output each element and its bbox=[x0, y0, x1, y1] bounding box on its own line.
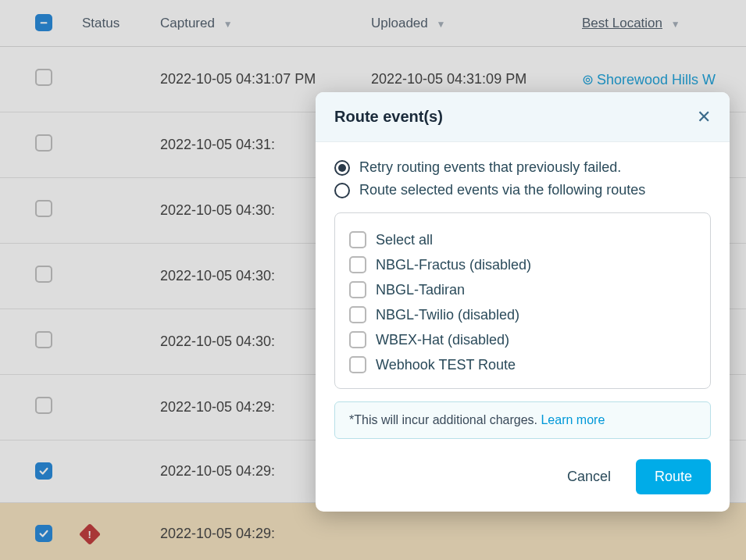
route-checkbox[interactable] bbox=[349, 256, 366, 273]
dialog-actions: Cancel Route bbox=[334, 459, 711, 494]
radio-label: Retry routing events that previously fai… bbox=[359, 159, 621, 176]
route-checkbox[interactable] bbox=[349, 331, 366, 348]
route-item[interactable]: NBGL-Twilio (disabled) bbox=[349, 302, 696, 327]
radio-input[interactable] bbox=[334, 183, 350, 198]
route-label: NBGL-Tadiran bbox=[376, 282, 465, 298]
route-label: WBEX-Hat (disabled) bbox=[376, 332, 509, 348]
route-item[interactable]: Webhook TEST Route bbox=[349, 352, 696, 377]
route-item[interactable]: WBEX-Hat (disabled) bbox=[349, 327, 696, 352]
radio-label: Route selected events via the following … bbox=[359, 182, 645, 198]
route-item[interactable]: NBGL-Tadiran bbox=[349, 277, 696, 302]
dialog-title: Route event(s) bbox=[334, 108, 443, 126]
learn-more-link[interactable]: Learn more bbox=[541, 413, 605, 426]
close-button[interactable]: ✕ bbox=[697, 109, 711, 126]
charges-notice: *This will incur additional charges. Lea… bbox=[334, 401, 711, 439]
dialog-header: Route event(s) ✕ bbox=[316, 92, 730, 142]
radio-input[interactable] bbox=[334, 160, 350, 176]
radio-option-selected-routes[interactable]: Route selected events via the following … bbox=[334, 179, 711, 202]
route-item[interactable]: NBGL-Fractus (disabled) bbox=[349, 252, 696, 277]
cancel-button[interactable]: Cancel bbox=[558, 461, 620, 493]
route-label: NBGL-Twilio (disabled) bbox=[376, 307, 519, 323]
route-checkbox[interactable] bbox=[349, 356, 366, 373]
route-select-all[interactable]: Select all bbox=[349, 227, 696, 252]
route-button[interactable]: Route bbox=[636, 459, 711, 494]
routes-list: Select all NBGL-Fractus (disabled)NBGL-T… bbox=[334, 212, 711, 389]
close-icon: ✕ bbox=[697, 107, 711, 127]
route-events-dialog: Route event(s) ✕ Retry routing events th… bbox=[316, 92, 730, 512]
route-label: Webhook TEST Route bbox=[376, 357, 516, 373]
dialog-body: Retry routing events that previously fai… bbox=[316, 142, 730, 512]
route-label: NBGL-Fractus (disabled) bbox=[376, 257, 531, 273]
route-checkbox[interactable] bbox=[349, 231, 366, 248]
route-checkbox[interactable] bbox=[349, 281, 366, 298]
route-label: Select all bbox=[376, 232, 433, 248]
radio-option-retry[interactable]: Retry routing events that previously fai… bbox=[334, 156, 711, 179]
route-checkbox[interactable] bbox=[349, 306, 366, 323]
notice-text: *This will incur additional charges. bbox=[349, 413, 541, 426]
